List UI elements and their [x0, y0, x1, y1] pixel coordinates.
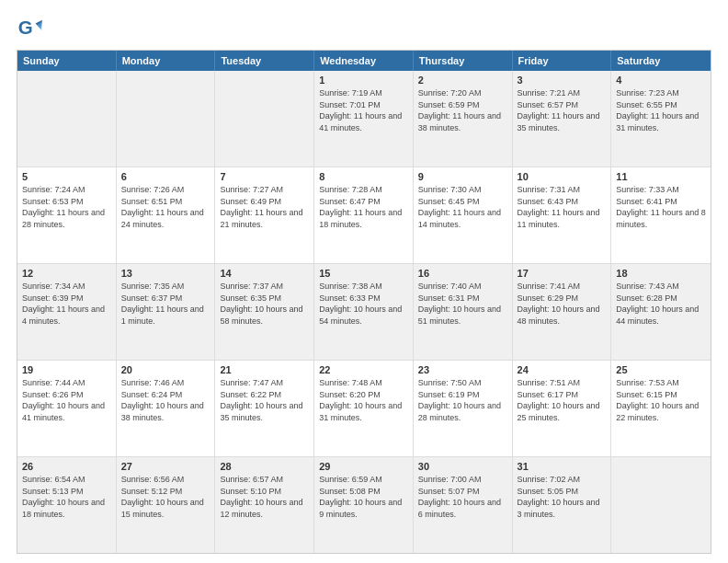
calendar-day-cell: 25Sunrise: 7:53 AM Sunset: 6:15 PM Dayli…	[611, 361, 711, 456]
day-info: Sunrise: 6:57 AM Sunset: 5:10 PM Dayligh…	[220, 474, 309, 520]
calendar-row: 5Sunrise: 7:24 AM Sunset: 6:53 PM Daylig…	[17, 167, 711, 264]
day-number: 30	[418, 461, 507, 472]
weekday-header: Monday	[117, 51, 216, 71]
day-number: 18	[616, 268, 706, 279]
weekday-header: Sunday	[17, 51, 117, 71]
day-info: Sunrise: 6:54 AM Sunset: 5:13 PM Dayligh…	[22, 474, 111, 520]
calendar-day-cell: 10Sunrise: 7:31 AM Sunset: 6:43 PM Dayli…	[513, 167, 612, 263]
calendar-day-cell: 14Sunrise: 7:37 AM Sunset: 6:35 PM Dayli…	[215, 264, 314, 360]
day-info: Sunrise: 7:28 AM Sunset: 6:47 PM Dayligh…	[319, 184, 408, 230]
day-info: Sunrise: 7:30 AM Sunset: 6:45 PM Dayligh…	[418, 184, 507, 230]
calendar-day-cell: 27Sunrise: 6:56 AM Sunset: 5:12 PM Dayli…	[117, 457, 216, 553]
day-number: 9	[418, 171, 507, 182]
calendar-day-cell: 29Sunrise: 6:59 AM Sunset: 5:08 PM Dayli…	[314, 457, 414, 553]
day-info: Sunrise: 7:47 AM Sunset: 6:22 PM Dayligh…	[220, 377, 309, 423]
calendar-row: 26Sunrise: 6:54 AM Sunset: 5:13 PM Dayli…	[17, 457, 711, 553]
day-number: 7	[220, 171, 309, 182]
day-number: 15	[319, 268, 408, 279]
calendar-day-cell: 4Sunrise: 7:23 AM Sunset: 6:55 PM Daylig…	[611, 71, 711, 167]
day-number: 16	[418, 268, 507, 279]
weekday-header: Wednesday	[314, 51, 414, 71]
day-info: Sunrise: 7:23 AM Sunset: 6:55 PM Dayligh…	[616, 87, 706, 133]
calendar-day-cell: 9Sunrise: 7:30 AM Sunset: 6:45 PM Daylig…	[414, 167, 513, 263]
calendar-day-cell: 24Sunrise: 7:51 AM Sunset: 6:17 PM Dayli…	[513, 361, 612, 456]
weekday-header: Tuesday	[215, 51, 314, 71]
day-number: 11	[616, 171, 706, 182]
calendar-day-cell: 20Sunrise: 7:46 AM Sunset: 6:24 PM Dayli…	[117, 361, 216, 456]
calendar-day-cell: 5Sunrise: 7:24 AM Sunset: 6:53 PM Daylig…	[17, 167, 117, 263]
day-number: 14	[220, 268, 309, 279]
calendar-day-cell: 12Sunrise: 7:34 AM Sunset: 6:39 PM Dayli…	[17, 264, 117, 360]
day-number: 20	[121, 364, 210, 375]
empty-cell	[611, 457, 711, 553]
logo-icon: G	[17, 17, 42, 42]
day-number: 3	[518, 75, 607, 86]
day-number: 23	[418, 364, 507, 375]
day-info: Sunrise: 7:19 AM Sunset: 7:01 PM Dayligh…	[319, 87, 408, 133]
day-info: Sunrise: 7:48 AM Sunset: 6:20 PM Dayligh…	[319, 377, 408, 423]
day-info: Sunrise: 7:35 AM Sunset: 6:37 PM Dayligh…	[121, 281, 210, 327]
calendar-day-cell: 13Sunrise: 7:35 AM Sunset: 6:37 PM Dayli…	[117, 264, 216, 360]
day-info: Sunrise: 7:27 AM Sunset: 6:49 PM Dayligh…	[220, 184, 309, 230]
calendar-day-cell: 30Sunrise: 7:00 AM Sunset: 5:07 PM Dayli…	[414, 457, 513, 553]
calendar-day-cell: 6Sunrise: 7:26 AM Sunset: 6:51 PM Daylig…	[117, 167, 216, 263]
day-number: 6	[121, 171, 210, 182]
day-number: 8	[319, 171, 408, 182]
day-info: Sunrise: 6:56 AM Sunset: 5:12 PM Dayligh…	[121, 474, 210, 520]
day-info: Sunrise: 7:37 AM Sunset: 6:35 PM Dayligh…	[220, 281, 309, 327]
day-number: 4	[616, 75, 706, 86]
empty-cell	[17, 71, 117, 167]
calendar-day-cell: 22Sunrise: 7:48 AM Sunset: 6:20 PM Dayli…	[314, 361, 414, 456]
weekday-header: Thursday	[414, 51, 513, 71]
calendar-day-cell: 31Sunrise: 7:02 AM Sunset: 5:05 PM Dayli…	[513, 457, 612, 553]
day-info: Sunrise: 7:33 AM Sunset: 6:41 PM Dayligh…	[616, 184, 706, 230]
weekday-header: Saturday	[611, 51, 711, 71]
logo: G	[17, 17, 46, 42]
day-number: 19	[22, 364, 111, 375]
day-info: Sunrise: 7:41 AM Sunset: 6:29 PM Dayligh…	[518, 281, 607, 327]
day-number: 2	[418, 75, 507, 86]
svg-text:G: G	[18, 17, 33, 38]
day-info: Sunrise: 7:26 AM Sunset: 6:51 PM Dayligh…	[121, 184, 210, 230]
day-number: 21	[220, 364, 309, 375]
calendar-day-cell: 18Sunrise: 7:43 AM Sunset: 6:28 PM Dayli…	[611, 264, 711, 360]
day-number: 31	[518, 461, 607, 472]
day-number: 28	[220, 461, 309, 472]
day-number: 1	[319, 75, 408, 86]
calendar-body: 1Sunrise: 7:19 AM Sunset: 7:01 PM Daylig…	[17, 71, 711, 553]
day-info: Sunrise: 7:31 AM Sunset: 6:43 PM Dayligh…	[518, 184, 607, 230]
day-number: 24	[518, 364, 607, 375]
calendar-day-cell: 26Sunrise: 6:54 AM Sunset: 5:13 PM Dayli…	[17, 457, 117, 553]
calendar-day-cell: 1Sunrise: 7:19 AM Sunset: 7:01 PM Daylig…	[314, 71, 414, 167]
day-info: Sunrise: 7:20 AM Sunset: 6:59 PM Dayligh…	[418, 87, 507, 133]
day-number: 26	[22, 461, 111, 472]
calendar-day-cell: 8Sunrise: 7:28 AM Sunset: 6:47 PM Daylig…	[314, 167, 414, 263]
day-info: Sunrise: 7:02 AM Sunset: 5:05 PM Dayligh…	[518, 474, 607, 520]
calendar-day-cell: 11Sunrise: 7:33 AM Sunset: 6:41 PM Dayli…	[611, 167, 711, 263]
day-number: 10	[518, 171, 607, 182]
day-number: 17	[518, 268, 607, 279]
calendar-day-cell: 16Sunrise: 7:40 AM Sunset: 6:31 PM Dayli…	[414, 264, 513, 360]
day-info: Sunrise: 7:50 AM Sunset: 6:19 PM Dayligh…	[418, 377, 507, 423]
day-info: Sunrise: 7:46 AM Sunset: 6:24 PM Dayligh…	[121, 377, 210, 423]
day-info: Sunrise: 7:40 AM Sunset: 6:31 PM Dayligh…	[418, 281, 507, 327]
day-number: 12	[22, 268, 111, 279]
page-header: G	[17, 17, 711, 42]
day-info: Sunrise: 6:59 AM Sunset: 5:08 PM Dayligh…	[319, 474, 408, 520]
calendar-day-cell: 15Sunrise: 7:38 AM Sunset: 6:33 PM Dayli…	[314, 264, 414, 360]
day-info: Sunrise: 7:00 AM Sunset: 5:07 PM Dayligh…	[418, 474, 507, 520]
calendar-row: 19Sunrise: 7:44 AM Sunset: 6:26 PM Dayli…	[17, 361, 711, 457]
calendar-day-cell: 28Sunrise: 6:57 AM Sunset: 5:10 PM Dayli…	[215, 457, 314, 553]
calendar-day-cell: 19Sunrise: 7:44 AM Sunset: 6:26 PM Dayli…	[17, 361, 117, 456]
calendar-day-cell: 23Sunrise: 7:50 AM Sunset: 6:19 PM Dayli…	[414, 361, 513, 456]
weekday-header: Friday	[513, 51, 612, 71]
calendar-row: 12Sunrise: 7:34 AM Sunset: 6:39 PM Dayli…	[17, 264, 711, 361]
day-number: 29	[319, 461, 408, 472]
day-number: 13	[121, 268, 210, 279]
day-info: Sunrise: 7:44 AM Sunset: 6:26 PM Dayligh…	[22, 377, 111, 423]
day-info: Sunrise: 7:24 AM Sunset: 6:53 PM Dayligh…	[22, 184, 111, 230]
day-info: Sunrise: 7:51 AM Sunset: 6:17 PM Dayligh…	[518, 377, 607, 423]
day-info: Sunrise: 7:53 AM Sunset: 6:15 PM Dayligh…	[616, 377, 706, 423]
calendar-day-cell: 3Sunrise: 7:21 AM Sunset: 6:57 PM Daylig…	[513, 71, 612, 167]
day-number: 5	[22, 171, 111, 182]
